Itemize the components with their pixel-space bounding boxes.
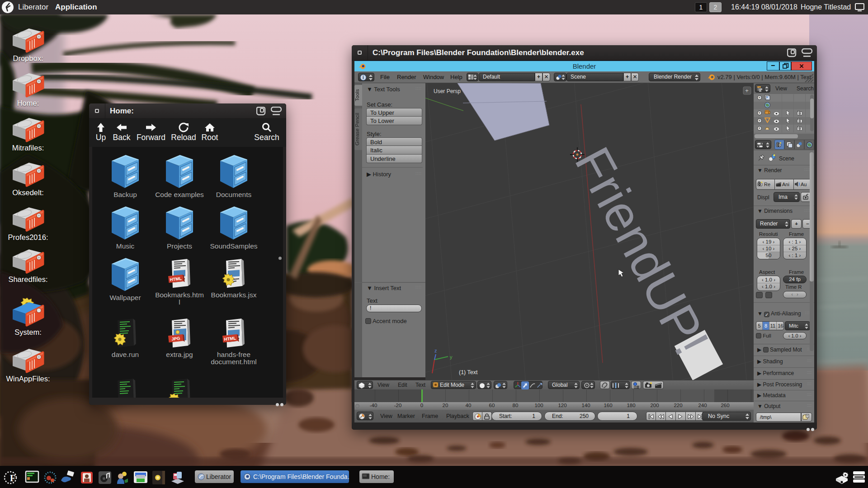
svg-text:z: z	[434, 348, 437, 353]
svg-text:F: F	[10, 473, 15, 483]
svg-text:(1) Text: (1) Text	[459, 369, 478, 375]
svg-text:User Persp: User Persp	[434, 88, 461, 94]
svg-text:i: i	[363, 75, 364, 80]
svg-text:y: y	[450, 354, 453, 360]
svg-text:+: +	[745, 87, 749, 94]
svg-text:JPG: JPG	[171, 336, 180, 342]
